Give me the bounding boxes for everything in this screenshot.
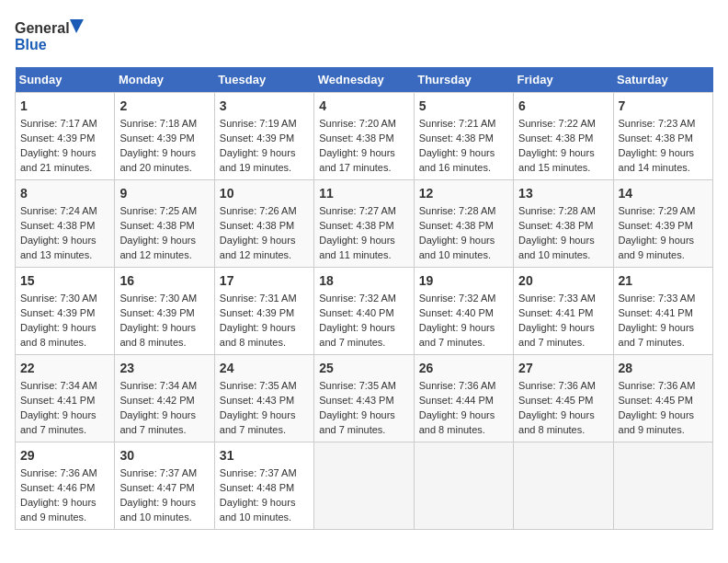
day-number: 10 (220, 184, 309, 202)
day-number: 8 (20, 184, 109, 202)
day-info: Sunrise: 7:33 AMSunset: 4:41 PMDaylight:… (619, 293, 696, 348)
day-number: 5 (419, 97, 508, 115)
day-cell: 9Sunrise: 7:25 AMSunset: 4:38 PMDaylight… (115, 180, 214, 268)
day-number: 31 (220, 446, 309, 465)
day-info: Sunrise: 7:37 AMSunset: 4:48 PMDaylight:… (220, 467, 297, 523)
col-header-friday: Friday (514, 67, 613, 93)
day-cell: 21Sunrise: 7:33 AMSunset: 4:41 PMDayligh… (613, 268, 712, 355)
day-cell: 15Sunrise: 7:30 AMSunset: 4:39 PMDayligh… (16, 268, 115, 355)
day-cell: 3Sunrise: 7:19 AMSunset: 4:39 PMDaylight… (214, 93, 313, 180)
day-info: Sunrise: 7:36 AMSunset: 4:45 PMDaylight:… (619, 380, 696, 435)
day-cell: 27Sunrise: 7:36 AMSunset: 4:45 PMDayligh… (514, 355, 613, 442)
day-cell: 1Sunrise: 7:17 AMSunset: 4:39 PMDaylight… (16, 93, 115, 180)
svg-marker-2 (70, 19, 84, 33)
day-cell: 17Sunrise: 7:31 AMSunset: 4:39 PMDayligh… (214, 268, 313, 355)
day-info: Sunrise: 7:20 AMSunset: 4:38 PMDaylight:… (319, 118, 396, 173)
day-info: Sunrise: 7:28 AMSunset: 4:38 PMDaylight:… (518, 205, 596, 260)
day-cell: 22Sunrise: 7:34 AMSunset: 4:41 PMDayligh… (16, 355, 115, 442)
day-info: Sunrise: 7:32 AMSunset: 4:40 PMDaylight:… (419, 293, 496, 348)
day-number: 3 (220, 97, 309, 115)
day-info: Sunrise: 7:27 AMSunset: 4:38 PMDaylight:… (319, 205, 396, 260)
day-number: 18 (319, 271, 408, 290)
day-cell: 6Sunrise: 7:22 AMSunset: 4:38 PMDaylight… (514, 93, 613, 180)
day-number: 6 (518, 97, 608, 115)
week-row-2: 8Sunrise: 7:24 AMSunset: 4:38 PMDaylight… (16, 180, 713, 268)
day-cell: 29Sunrise: 7:36 AMSunset: 4:46 PMDayligh… (16, 442, 115, 530)
day-number: 16 (119, 271, 209, 290)
day-cell: 23Sunrise: 7:34 AMSunset: 4:42 PMDayligh… (115, 355, 214, 442)
week-row-4: 22Sunrise: 7:34 AMSunset: 4:41 PMDayligh… (16, 355, 713, 442)
day-info: Sunrise: 7:19 AMSunset: 4:39 PMDaylight:… (220, 118, 297, 173)
day-cell: 26Sunrise: 7:36 AMSunset: 4:44 PMDayligh… (414, 355, 513, 442)
day-cell: 18Sunrise: 7:32 AMSunset: 4:40 PMDayligh… (314, 268, 414, 355)
page-header: GeneralBlue (15, 15, 713, 56)
day-number: 19 (419, 271, 508, 290)
day-cell: 30Sunrise: 7:37 AMSunset: 4:47 PMDayligh… (115, 442, 214, 530)
day-info: Sunrise: 7:36 AMSunset: 4:44 PMDaylight:… (419, 380, 496, 435)
day-number: 26 (419, 359, 508, 377)
day-info: Sunrise: 7:34 AMSunset: 4:42 PMDaylight:… (119, 380, 197, 435)
col-header-sunday: Sunday (16, 67, 115, 93)
day-number: 13 (518, 184, 608, 202)
col-header-tuesday: Tuesday (214, 67, 313, 93)
day-number: 12 (419, 184, 508, 202)
day-info: Sunrise: 7:28 AMSunset: 4:38 PMDaylight:… (419, 205, 496, 260)
day-number: 11 (319, 184, 408, 202)
day-cell: 28Sunrise: 7:36 AMSunset: 4:45 PMDayligh… (613, 355, 712, 442)
day-number: 15 (20, 271, 109, 290)
day-info: Sunrise: 7:36 AMSunset: 4:46 PMDaylight:… (20, 467, 97, 523)
day-cell: 14Sunrise: 7:29 AMSunset: 4:39 PMDayligh… (613, 180, 712, 268)
day-number: 23 (119, 359, 209, 377)
day-number: 22 (20, 359, 109, 377)
day-number: 27 (518, 359, 608, 377)
day-cell: 31Sunrise: 7:37 AMSunset: 4:48 PMDayligh… (214, 442, 313, 530)
day-cell (514, 442, 613, 530)
day-cell: 2Sunrise: 7:18 AMSunset: 4:39 PMDaylight… (115, 93, 214, 180)
week-row-5: 29Sunrise: 7:36 AMSunset: 4:46 PMDayligh… (16, 442, 713, 530)
day-cell: 4Sunrise: 7:20 AMSunset: 4:38 PMDaylight… (314, 93, 414, 180)
day-info: Sunrise: 7:30 AMSunset: 4:39 PMDaylight:… (119, 293, 197, 348)
day-number: 24 (220, 359, 309, 377)
day-info: Sunrise: 7:22 AMSunset: 4:38 PMDaylight:… (518, 118, 596, 173)
day-cell (414, 442, 513, 530)
day-cell: 11Sunrise: 7:27 AMSunset: 4:38 PMDayligh… (314, 180, 414, 268)
day-number: 20 (518, 271, 608, 290)
day-info: Sunrise: 7:18 AMSunset: 4:39 PMDaylight:… (119, 118, 197, 173)
calendar-header-row: SundayMondayTuesdayWednesdayThursdayFrid… (16, 67, 713, 93)
day-cell: 8Sunrise: 7:24 AMSunset: 4:38 PMDaylight… (16, 180, 115, 268)
day-info: Sunrise: 7:36 AMSunset: 4:45 PMDaylight:… (518, 380, 596, 435)
col-header-saturday: Saturday (613, 67, 712, 93)
col-header-thursday: Thursday (414, 67, 513, 93)
day-cell (314, 442, 414, 530)
calendar-table: SundayMondayTuesdayWednesdayThursdayFrid… (15, 67, 713, 530)
day-info: Sunrise: 7:34 AMSunset: 4:41 PMDaylight:… (20, 380, 97, 435)
day-info: Sunrise: 7:25 AMSunset: 4:38 PMDaylight:… (119, 205, 197, 260)
day-info: Sunrise: 7:23 AMSunset: 4:38 PMDaylight:… (619, 118, 696, 173)
day-number: 21 (619, 271, 708, 290)
day-info: Sunrise: 7:35 AMSunset: 4:43 PMDaylight:… (319, 380, 396, 435)
day-cell: 7Sunrise: 7:23 AMSunset: 4:38 PMDaylight… (613, 93, 712, 180)
day-info: Sunrise: 7:30 AMSunset: 4:39 PMDaylight:… (20, 293, 97, 348)
day-number: 2 (119, 97, 209, 115)
day-info: Sunrise: 7:29 AMSunset: 4:39 PMDaylight:… (619, 205, 696, 260)
day-info: Sunrise: 7:33 AMSunset: 4:41 PMDaylight:… (518, 293, 596, 348)
day-cell: 24Sunrise: 7:35 AMSunset: 4:43 PMDayligh… (214, 355, 313, 442)
day-info: Sunrise: 7:17 AMSunset: 4:39 PMDaylight:… (20, 118, 97, 173)
day-number: 25 (319, 359, 408, 377)
day-cell: 12Sunrise: 7:28 AMSunset: 4:38 PMDayligh… (414, 180, 513, 268)
day-number: 28 (619, 359, 708, 377)
logo: GeneralBlue (15, 15, 88, 56)
day-cell: 19Sunrise: 7:32 AMSunset: 4:40 PMDayligh… (414, 268, 513, 355)
day-info: Sunrise: 7:21 AMSunset: 4:38 PMDaylight:… (419, 118, 496, 173)
svg-text:Blue: Blue (15, 37, 47, 52)
day-number: 17 (220, 271, 309, 290)
week-row-1: 1Sunrise: 7:17 AMSunset: 4:39 PMDaylight… (16, 93, 713, 180)
col-header-wednesday: Wednesday (314, 67, 414, 93)
day-info: Sunrise: 7:31 AMSunset: 4:39 PMDaylight:… (220, 293, 297, 348)
col-header-monday: Monday (115, 67, 214, 93)
day-number: 7 (619, 97, 708, 115)
svg-text:General: General (15, 20, 70, 36)
day-info: Sunrise: 7:24 AMSunset: 4:38 PMDaylight:… (20, 205, 97, 260)
day-number: 29 (20, 446, 109, 465)
day-info: Sunrise: 7:35 AMSunset: 4:43 PMDaylight:… (220, 380, 297, 435)
